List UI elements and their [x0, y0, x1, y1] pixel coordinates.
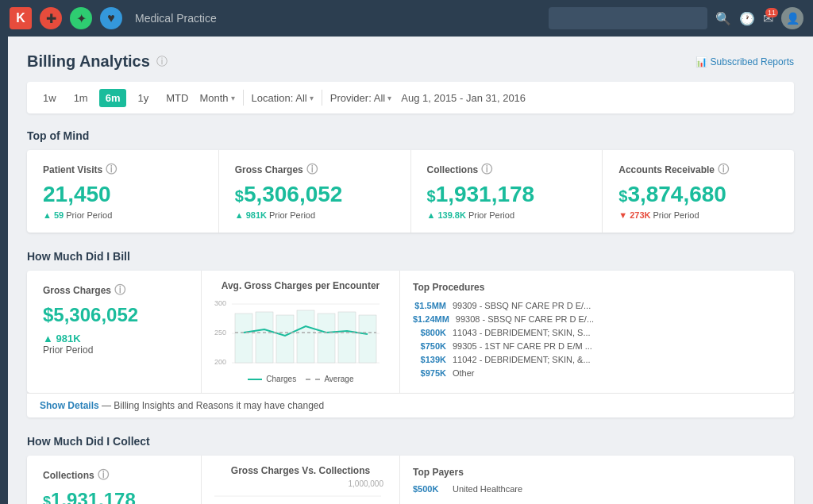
svg-rect-11 [338, 312, 356, 363]
provider-value: All [374, 92, 385, 104]
patient-visits-change-label: Prior Period [66, 210, 112, 220]
search-input[interactable] [549, 7, 707, 29]
tom-card-gross-charges: Gross Charges ⓘ $5,306,052 ▲ 981K Prior … [219, 150, 411, 233]
top-procedures-title: Top Procedures [413, 282, 781, 293]
history-icon[interactable]: 🕐 [739, 11, 755, 26]
date-range: Aug 1, 2015 - Jan 31, 2016 [401, 92, 526, 104]
payer-value-0: $500K [413, 484, 446, 494]
bill-gross-label: Gross Charges ⓘ [43, 283, 185, 298]
procedure-row: $800K 11043 - DEBRIDEMENT; SKIN, S... [413, 328, 781, 337]
legend-charges: Charges [248, 375, 297, 383]
page-header: Billing Analytics ⓘ 📊 Subscribed Reports [27, 52, 794, 71]
tom-section-title: Top of Mind [27, 129, 794, 142]
filter-mtd[interactable]: MTD [160, 89, 195, 107]
subscribed-reports-button[interactable]: 📊 Subscribed Reports [695, 56, 794, 67]
collections-label: Collections ⓘ [427, 163, 587, 177]
filter-month-dropdown[interactable]: Month ▾ [199, 92, 234, 104]
collections-info-icon[interactable]: ⓘ [98, 468, 109, 483]
legend-average: Average [306, 375, 353, 383]
nav-icon-heart[interactable]: ♥ [100, 7, 122, 29]
patient-visits-info-icon[interactable]: ⓘ [106, 163, 117, 177]
proc-value-4: $139K [413, 355, 446, 364]
gross-charges-info-icon[interactable]: ⓘ [306, 163, 318, 177]
collect-right: Top Payers $500K United Healthcare [400, 456, 794, 504]
filter-provider-dropdown[interactable]: Provider: All ▾ [330, 92, 391, 104]
ar-label: Accounts Receivable ⓘ [618, 163, 778, 177]
location-value: All [295, 92, 306, 104]
chart-legend: Charges Average [214, 375, 387, 383]
procedure-row: $139K 11042 - DEBRIDEMENT; SKIN, &... [413, 355, 781, 364]
gross-charges-change-arrow: ▲ 981K [235, 210, 267, 220]
filter-6m[interactable]: 6m [99, 89, 127, 107]
procedure-row: $750K 99305 - 1ST NF CARE PR D E/M ... [413, 341, 781, 351]
content-area: Billing Analytics ⓘ 📊 Subscribed Reports… [8, 37, 813, 504]
procedures-list: $1.5MM 99309 - SBSQ NF CARE PR D E/... $… [413, 301, 781, 378]
proc-value-2: $800K [413, 328, 446, 337]
collections-section-value: $1,931,178 [43, 489, 185, 504]
main-container: Billing Analytics ⓘ 📊 Subscribed Reports… [0, 37, 813, 504]
gross-charges-value: $5,306,052 [235, 182, 395, 207]
filter-divider-2 [322, 90, 322, 106]
page-title: Billing Analytics [27, 52, 150, 71]
search-icon[interactable]: 🔍 [715, 11, 731, 26]
bill-section-title: How Much Did I Bill [27, 250, 794, 263]
patient-visits-change-arrow: ▲ 59 [43, 210, 64, 220]
info-icon[interactable]: ⓘ [156, 55, 168, 69]
collect-chart: Gross Charges Vs. Collections 1,000,000 [202, 456, 400, 504]
subscribed-reports-label: Subscribed Reports [711, 56, 794, 67]
collections-change-label: Prior Period [468, 210, 514, 220]
svg-rect-9 [297, 310, 314, 363]
collect-section-title: How Much Did I Collect [27, 435, 794, 448]
tom-cards: Patient Visits ⓘ 21,450 ▲ 59 Prior Perio… [27, 150, 794, 233]
reports-chart-icon: 📊 [695, 56, 707, 67]
month-caret-icon: ▾ [231, 94, 235, 102]
collections-info-icon[interactable]: ⓘ [481, 163, 492, 177]
filter-1w[interactable]: 1w [37, 89, 63, 107]
bill-change-arrow: ▲ 981K [43, 333, 81, 344]
filter-1m[interactable]: 1m [67, 89, 94, 107]
filter-bar: 1w 1m 6m 1y MTD Month ▾ Location: All ▾ … [27, 82, 794, 113]
procedure-row: $1.5MM 99309 - SBSQ NF CARE PR D E/... [413, 301, 781, 310]
collect-card: Collections ⓘ $1,931,178 Gross Charges V… [27, 456, 794, 504]
payer-row: $500K United Healthcare [413, 484, 781, 494]
nav-icon-plus[interactable]: ✚ [40, 7, 62, 29]
filter-location-dropdown[interactable]: Location: All ▾ [252, 92, 314, 104]
proc-value-1: $1.24MM [413, 314, 449, 324]
show-details-desc: — Billing Insights and Reasons it may ha… [102, 400, 324, 411]
svg-rect-12 [359, 315, 376, 363]
bill-chart: Avg. Gross Charges per Encounter 300 250… [202, 271, 400, 393]
provider-label: Provider: [330, 92, 372, 104]
location-caret-icon: ▾ [310, 94, 314, 102]
avatar[interactable]: 👤 [781, 7, 803, 29]
gross-charges-change: ▲ 981K Prior Period [235, 210, 395, 220]
proc-value-0: $1.5MM [413, 301, 446, 310]
svg-rect-8 [276, 315, 294, 363]
provider-caret-icon: ▾ [387, 94, 391, 102]
svg-text:250: 250 [214, 329, 226, 337]
bill-right: Top Procedures $1.5MM 99309 - SBSQ NF CA… [400, 271, 794, 393]
charges-line-icon [248, 379, 262, 380]
procedure-row: $1.24MM 99308 - SBSQ NF CARE PR D E/... [413, 314, 781, 324]
logo-k[interactable]: K [10, 7, 32, 29]
show-details-link[interactable]: Show Details [40, 400, 99, 411]
svg-text:200: 200 [214, 358, 226, 366]
mail-icon[interactable]: ✉ 11 [763, 11, 773, 26]
proc-value-5: $975K [413, 368, 446, 378]
collections-section-label: Collections ⓘ [43, 468, 185, 483]
bill-gross-info-icon[interactable]: ⓘ [114, 283, 125, 298]
ar-change-label: Prior Period [653, 210, 699, 220]
tom-card-collections: Collections ⓘ $1,931,178 ▲ 139.8K Prior … [411, 150, 603, 233]
collect-left: Collections ⓘ $1,931,178 [27, 456, 202, 504]
nav-icon-star[interactable]: ✦ [70, 7, 92, 29]
gross-charges-change-label: Prior Period [269, 210, 315, 220]
svg-text:300: 300 [214, 299, 226, 307]
sidebar [0, 37, 8, 504]
collections-value: $1,931,178 [427, 182, 587, 207]
ar-info-icon[interactable]: ⓘ [718, 163, 729, 177]
bill-gross-change: ▲ 981K Prior Period [43, 333, 185, 356]
show-details-bar: Show Details — Billing Insights and Reas… [27, 393, 794, 417]
filter-divider-1 [243, 90, 244, 106]
average-line-icon [306, 379, 320, 380]
filter-1y[interactable]: 1y [131, 89, 155, 107]
proc-value-3: $750K [413, 341, 446, 351]
